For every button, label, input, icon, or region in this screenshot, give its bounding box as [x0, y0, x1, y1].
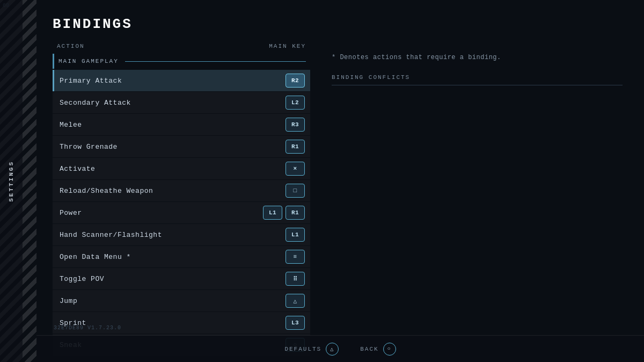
- key-badges: □: [286, 184, 305, 198]
- content-columns: ACTION MAIN KEY MAIN GAMEPLAY Primary At…: [53, 43, 623, 356]
- binding-row[interactable]: Secondary AttackL2: [53, 92, 310, 113]
- back-label: BACK: [360, 346, 378, 352]
- action-name: Toggle POV: [60, 275, 104, 283]
- action-name: Primary Attack: [60, 77, 122, 85]
- key-badge: R2: [286, 74, 305, 88]
- binding-row[interactable]: Throw GrenadeR1: [53, 136, 310, 157]
- key-badge: △: [286, 294, 305, 308]
- binding-row[interactable]: Toggle POV⠿: [53, 268, 310, 289]
- action-name: Throw Grenade: [60, 143, 118, 151]
- binding-row[interactable]: Primary AttackR2: [53, 70, 310, 91]
- action-name: Hand Scanner/Flashlight: [60, 231, 162, 239]
- section-header-line: [125, 61, 306, 62]
- key-badges: ≡: [286, 250, 305, 264]
- key-badge: L1: [263, 206, 282, 220]
- binding-row[interactable]: MeleeR3: [53, 114, 310, 135]
- key-badges: R2: [286, 74, 305, 88]
- defaults-action[interactable]: DEFAULTS △: [284, 343, 339, 356]
- section-header: MAIN GAMEPLAY: [53, 54, 310, 69]
- action-name: Reload/Sheathe Weapon: [60, 187, 153, 195]
- key-badge: ×: [286, 162, 305, 176]
- key-badges: L2: [286, 96, 305, 110]
- key-badges: R3: [286, 118, 305, 132]
- main-content: BINDINGS ACTION MAIN KEY MAIN GAMEPLAY P…: [36, 0, 644, 362]
- back-action[interactable]: BACK ○: [360, 343, 396, 356]
- action-name: Open Data Menu *: [60, 253, 131, 261]
- mainkey-col-header: MAIN KEY: [269, 43, 306, 49]
- conflicts-line: [332, 85, 623, 85]
- key-badge: R3: [286, 118, 305, 132]
- bottom-bar: DEFAULTS △ BACK ○: [36, 335, 644, 362]
- action-col-header: ACTION: [57, 43, 85, 49]
- settings-sidebar: SETTINGS: [0, 0, 23, 362]
- action-name: Melee: [60, 121, 82, 129]
- key-badge: L2: [286, 96, 305, 110]
- key-badges: △: [286, 294, 305, 308]
- key-badges: L1: [286, 228, 305, 242]
- binding-row[interactable]: Activate×: [53, 158, 310, 179]
- key-badge: ⠿: [286, 272, 305, 286]
- key-badges: ×: [286, 162, 305, 176]
- action-name: Power: [60, 209, 82, 217]
- binding-conflicts-label: BINDING CONFLICTS: [332, 74, 623, 81]
- key-badges: L3: [286, 316, 305, 330]
- defaults-key: △: [326, 343, 339, 356]
- key-badge: ≡: [286, 250, 305, 264]
- binding-row[interactable]: Reload/Sheathe Weapon□: [53, 180, 310, 201]
- action-name: Secondary Attack: [60, 99, 131, 107]
- key-badge: □: [286, 184, 305, 198]
- key-badges: ⠿: [286, 272, 305, 286]
- key-badges: L1R1: [263, 206, 305, 220]
- key-badge: L1: [286, 228, 305, 242]
- settings-label-text: SETTINGS: [8, 161, 14, 202]
- version-text: 32E7DE89 V1.7.23.0: [54, 325, 121, 331]
- bindings-panel: ACTION MAIN KEY MAIN GAMEPLAY Primary At…: [53, 43, 310, 356]
- binding-row[interactable]: Hand Scanner/FlashlightL1: [53, 224, 310, 245]
- key-badges: R1: [286, 140, 305, 154]
- section-header-label: MAIN GAMEPLAY: [58, 58, 119, 64]
- binding-rows-container: Primary AttackR2Secondary AttackL2MeleeR…: [53, 70, 310, 356]
- binding-row[interactable]: Open Data Menu *≡: [53, 246, 310, 267]
- binding-row[interactable]: Jump△: [53, 290, 310, 312]
- page-title: BINDINGS: [53, 16, 623, 32]
- key-badge: R1: [286, 140, 305, 154]
- action-name: Activate: [60, 165, 95, 173]
- info-panel: * Denotes actions that require a binding…: [332, 43, 623, 356]
- denotes-text: * Denotes actions that require a binding…: [332, 54, 623, 61]
- defaults-label: DEFAULTS: [284, 346, 321, 352]
- column-headers: ACTION MAIN KEY: [53, 43, 310, 54]
- back-key: ○: [383, 343, 396, 356]
- key-badge: R1: [286, 206, 305, 220]
- binding-row[interactable]: PowerL1R1: [53, 202, 310, 223]
- key-badge: L3: [286, 316, 305, 330]
- action-name: Jump: [60, 297, 77, 305]
